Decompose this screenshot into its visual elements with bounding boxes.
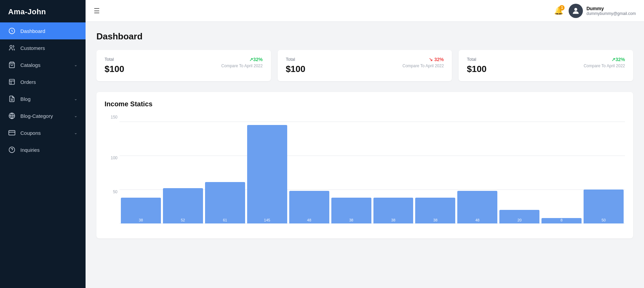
sidebar-item-catalogs-label: Catalogs: [20, 62, 69, 68]
stat-card-1-value: $100: [105, 64, 124, 74]
sidebar-item-customers[interactable]: Customers: [0, 39, 86, 56]
stat-card-2-right: ↘ 32% Compare To April 2022: [402, 57, 444, 68]
user-name: Dummy: [586, 6, 636, 11]
stat-card-1-pct: ↗32%: [221, 57, 263, 62]
stat-card-2-label: Total: [286, 57, 306, 62]
bar-10: 8: [541, 115, 582, 223]
sidebar-item-blog[interactable]: Blog ⌄: [0, 90, 86, 107]
sidebar-item-blog-category[interactable]: Blog-Category ⌄: [0, 107, 86, 124]
svg-rect-3: [10, 79, 15, 85]
bar-label-6: 38: [391, 218, 395, 222]
bar-4: 48: [289, 115, 329, 223]
svg-point-13: [574, 8, 577, 11]
bar-label-0: 38: [139, 218, 143, 222]
stat-card-1-label: Total: [105, 57, 124, 62]
sidebar: Ama-John Dashboard Customers Catalogs ⌄ …: [0, 0, 86, 288]
bar-label-8: 48: [475, 218, 479, 222]
svg-rect-9: [9, 130, 15, 135]
hamburger-button[interactable]: ☰: [94, 7, 100, 15]
bar-8: 48: [457, 115, 497, 223]
stat-card-1-compare: Compare To April 2022: [221, 64, 263, 68]
stats-row: Total $100 ↗32% Compare To April 2022 To…: [96, 50, 633, 81]
chart-section: Income Statics 150 100 50 38526114548383…: [96, 92, 633, 238]
blog-icon: [8, 95, 16, 103]
sidebar-item-catalogs[interactable]: Catalogs ⌄: [0, 56, 86, 73]
stat-card-2-value: $100: [286, 64, 306, 74]
user-menu-button[interactable]: Dummy dummybummy@gmail.com: [569, 4, 636, 18]
notification-button[interactable]: 🔔 1: [554, 6, 563, 15]
sidebar-logo: Ama-John: [0, 0, 86, 22]
dashboard-icon: [8, 27, 16, 35]
customers-icon: [8, 44, 16, 52]
stat-card-3-compare: Compare To April 2022: [584, 64, 625, 68]
chart-container: 150 100 50 385261145483838384820850: [105, 115, 625, 230]
sidebar-item-inquiries-label: Inquiries: [20, 147, 77, 153]
header-left: ☰: [94, 7, 100, 15]
sidebar-item-dashboard[interactable]: Dashboard: [0, 22, 86, 39]
user-email: dummybummy@gmail.com: [586, 11, 636, 16]
blog-arrow-icon: ⌄: [74, 96, 77, 101]
bar-label-4: 48: [307, 218, 311, 222]
stat-card-2: Total $100 ↘ 32% Compare To April 2022: [278, 50, 452, 81]
bar-6: 38: [373, 115, 413, 223]
bar-9: 20: [499, 115, 539, 223]
header: ☰ 🔔 1 Dummy dummybummy@gmail.com: [86, 0, 644, 22]
sidebar-item-coupons[interactable]: Coupons ⌄: [0, 124, 86, 141]
bar-label-1: 52: [181, 218, 185, 222]
sidebar-item-inquiries[interactable]: Inquiries: [0, 141, 86, 158]
sidebar-item-blog-label: Blog: [20, 96, 69, 102]
bar-7: 38: [415, 115, 455, 223]
stat-card-1-left: Total $100: [105, 57, 124, 74]
sidebar-item-blog-category-label: Blog-Category: [20, 113, 69, 119]
bar-11: 50: [584, 115, 624, 223]
orders-icon: [8, 78, 16, 86]
catalogs-arrow-icon: ⌄: [74, 62, 77, 67]
stat-card-3-pct: ↗32%: [584, 57, 625, 62]
sidebar-item-coupons-label: Coupons: [20, 130, 69, 136]
sidebar-item-orders[interactable]: Orders: [0, 73, 86, 90]
content-area: Dashboard Total $100 ↗32% Compare To Apr…: [86, 22, 644, 288]
bar-label-10: 8: [560, 218, 563, 222]
catalogs-icon: [8, 61, 16, 69]
blog-category-icon: [8, 112, 16, 120]
inquiries-icon: [8, 146, 16, 154]
chart-title: Income Statics: [105, 100, 625, 108]
stat-card-3-right: ↗32% Compare To April 2022: [584, 57, 625, 68]
stat-card-3-left: Total $100: [467, 57, 486, 74]
stat-card-2-left: Total $100: [286, 57, 306, 74]
user-info: Dummy dummybummy@gmail.com: [586, 6, 636, 16]
bar-label-2: 61: [223, 218, 227, 222]
notification-badge: 1: [559, 5, 565, 11]
stat-card-2-compare: Compare To April 2022: [402, 64, 444, 68]
stat-card-1-right: ↗32% Compare To April 2022: [221, 57, 263, 68]
stat-card-1: Total $100 ↗32% Compare To April 2022: [96, 50, 271, 81]
stat-card-3-label: Total: [467, 57, 486, 62]
coupons-icon: [8, 129, 16, 137]
bar-label-5: 38: [349, 218, 353, 222]
bar-label-7: 38: [433, 218, 437, 222]
bar-label-3: 145: [264, 218, 270, 222]
stat-card-3: Total $100 ↗32% Compare To April 2022: [459, 50, 633, 81]
main-area: ☰ 🔔 1 Dummy dummybummy@gmail.com Dashboa…: [86, 0, 644, 288]
sidebar-item-customers-label: Customers: [20, 45, 77, 51]
header-right: 🔔 1 Dummy dummybummy@gmail.com: [554, 4, 636, 18]
bar-0: 38: [121, 115, 161, 223]
bar-3: 145: [247, 115, 287, 223]
bar-1: 52: [163, 115, 203, 223]
coupons-arrow-icon: ⌄: [74, 130, 77, 135]
bar-2: 61: [205, 115, 245, 223]
avatar: [569, 4, 583, 18]
bar-label-9: 20: [517, 218, 521, 222]
blog-category-arrow-icon: ⌄: [74, 113, 77, 118]
stat-card-3-value: $100: [467, 64, 486, 74]
stat-card-2-pct: ↘ 32%: [402, 57, 444, 62]
sidebar-item-dashboard-label: Dashboard: [20, 28, 77, 34]
bar-label-11: 50: [602, 218, 606, 222]
page-title: Dashboard: [96, 31, 633, 42]
sidebar-item-orders-label: Orders: [20, 79, 77, 85]
svg-point-1: [10, 46, 12, 48]
bar-5: 38: [331, 115, 371, 223]
